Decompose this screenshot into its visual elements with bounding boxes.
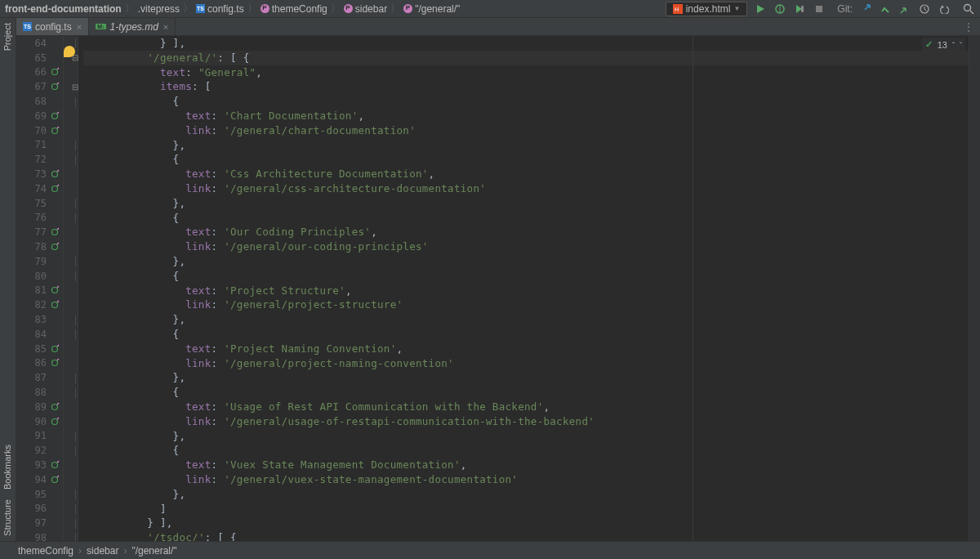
git-push-button[interactable] [898, 2, 911, 16]
check-icon: ✓ [925, 39, 933, 50]
markdown-icon: M↓ [96, 24, 106, 29]
crumb-root[interactable]: front-end-documentation [5, 3, 122, 15]
gutter[interactable]: 6465666768697071727374757677787980818283… [16, 36, 64, 541]
svg-point-13 [52, 172, 58, 177]
crumb-general[interactable]: "/general/" [403, 3, 460, 15]
tab-label: 1-types.md [109, 21, 158, 33]
svg-point-10 [52, 84, 58, 90]
tab-config[interactable]: TS config.ts × [16, 18, 89, 35]
svg-point-20 [52, 360, 58, 366]
tab-types[interactable]: M↓ 1-types.md × [89, 18, 176, 35]
problems-count: 13 [938, 40, 947, 50]
typescript-icon: TS [23, 22, 32, 31]
tool-window-bookmarks[interactable]: Bookmarks [0, 440, 15, 494]
svg-point-14 [52, 186, 58, 191]
statusbar: themeConfig › sidebar › "/general/" [0, 541, 980, 559]
svg-point-24 [52, 476, 58, 482]
svg-text:H: H [675, 7, 679, 12]
svg-point-7 [964, 4, 971, 11]
rollback-button[interactable] [938, 2, 951, 16]
svg-point-11 [52, 113, 58, 119]
search-everywhere-button[interactable] [962, 2, 975, 16]
run-config-selector[interactable]: H index.html ▼ [666, 2, 748, 16]
run-with-coverage-button[interactable] [793, 2, 806, 16]
status-crumb-general[interactable]: "/general/" [131, 545, 176, 557]
editor-tabs: TS config.ts × M↓ 1-types.md × ⋮ [0, 18, 980, 36]
breadcrumbs: front-end-documentation 〉 .vitepress 〉 T… [5, 2, 666, 16]
problems-indicator[interactable]: ✓ 13 ˆ ˇ [922, 38, 965, 51]
git-history-button[interactable] [918, 2, 931, 16]
status-crumb-themeconfig[interactable]: themeConfig [18, 545, 74, 557]
property-icon [344, 4, 353, 13]
git-update-button[interactable] [859, 2, 872, 16]
nav-right: H index.html ▼ Git: [666, 2, 975, 16]
close-icon[interactable]: × [163, 22, 168, 32]
git-label: Git: [837, 3, 853, 15]
crumb-label: config.ts [207, 3, 244, 15]
property-icon [261, 4, 270, 13]
chevron-right-icon: 〉 [390, 2, 400, 16]
svg-point-17 [52, 288, 58, 293]
svg-point-15 [52, 230, 58, 235]
tool-window-structure[interactable]: Structure [0, 494, 15, 541]
git-commit-button[interactable] [879, 2, 892, 16]
svg-rect-5 [816, 6, 822, 12]
navbar: front-end-documentation 〉 .vitepress 〉 T… [0, 0, 980, 18]
svg-rect-4 [801, 6, 804, 12]
chevron-right-icon: 〉 [183, 2, 193, 16]
svg-line-8 [970, 11, 973, 14]
chevron-right-icon: 〉 [331, 2, 341, 16]
svg-point-16 [52, 244, 58, 250]
crumb-label: sidebar [355, 3, 387, 15]
preview-split[interactable] [693, 36, 693, 541]
chevron-right-icon: 〉 [247, 2, 257, 16]
crumb-sidebar[interactable]: sidebar [344, 3, 387, 15]
svg-point-19 [52, 346, 58, 351]
crumb-label: themeConfig [272, 3, 327, 15]
chevron-right-icon: 〉 [125, 2, 135, 16]
close-icon[interactable]: × [77, 22, 82, 32]
intention-bulb-icon[interactable] [64, 46, 75, 57]
left-toolbar: Project Bookmarks Structure [0, 18, 16, 541]
crumb-label: "/general/" [415, 3, 460, 15]
run-button[interactable] [754, 2, 767, 16]
crumb-vitepress[interactable]: .vitepress [138, 3, 180, 15]
editor[interactable]: 6465666768697071727374757677787980818283… [16, 36, 980, 541]
property-icon [403, 4, 412, 13]
chevron-right-icon: › [123, 545, 127, 557]
svg-point-18 [52, 302, 58, 308]
status-crumb-sidebar[interactable]: sidebar [87, 545, 118, 557]
stop-button[interactable] [813, 2, 826, 16]
svg-point-12 [52, 127, 58, 133]
svg-point-9 [52, 69, 58, 75]
svg-point-21 [52, 404, 58, 409]
tab-label: config.ts [35, 21, 72, 33]
code-area[interactable]: } ], '/general/': [ { text: "General", i… [78, 36, 980, 541]
chevron-up-icon[interactable]: ˆ [952, 41, 955, 49]
html-icon: H [673, 4, 683, 14]
chevron-right-icon: › [78, 545, 82, 557]
tabs-menu-button[interactable]: ⋮ [957, 18, 980, 35]
tool-window-project[interactable]: Project [0, 18, 15, 56]
crumb-config[interactable]: TS config.ts [196, 3, 244, 15]
chevron-down-icon: ▼ [733, 5, 740, 12]
svg-point-23 [52, 463, 58, 468]
fold-gutter[interactable]: │⊟⊟│││││││││││││││││ [64, 36, 78, 541]
run-config-name: index.html [686, 3, 731, 15]
typescript-icon: TS [196, 4, 205, 13]
chevron-down-icon[interactable]: ˇ [960, 41, 962, 49]
svg-point-22 [52, 418, 58, 424]
debug-button[interactable] [773, 2, 786, 16]
error-stripe[interactable] [969, 36, 980, 541]
crumb-themeconfig[interactable]: themeConfig [261, 3, 327, 15]
